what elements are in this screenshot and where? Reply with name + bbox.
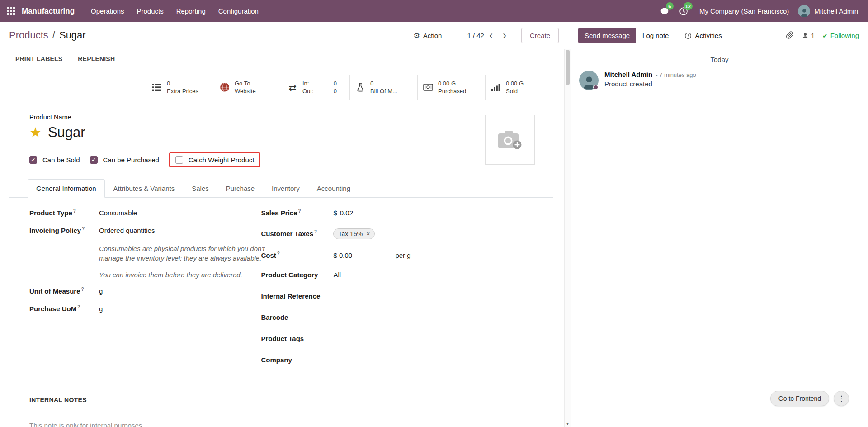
general-information-pane: Product Type? Consumable Invoicing Polic… [9, 198, 553, 427]
followers-button[interactable]: 1 [802, 32, 815, 39]
activities-button[interactable]: 12 [674, 0, 693, 22]
stat-button-sold[interactable]: 0.00 G Sold [485, 75, 553, 100]
internal-reference-field: Internal Reference [261, 290, 533, 300]
checkbox-checked-icon: ✓ [29, 156, 37, 164]
help-icon: ? [77, 304, 80, 309]
help-icon: ? [81, 287, 84, 292]
customer-taxes-field: Customer Taxes? Tax 15% × [261, 228, 533, 239]
checkbox-checked-icon: ✓ [90, 156, 98, 164]
cost-currency: $ [333, 251, 337, 259]
can-be-purchased-checkbox[interactable]: ✓ Can be Purchased [90, 156, 159, 164]
company-switcher[interactable]: My Company (San Francisco) [693, 0, 795, 22]
following-toggle-button[interactable]: ✔ Following [822, 32, 859, 39]
breadcrumb-products-link[interactable]: Products [9, 29, 48, 41]
product-name-label: Product Name [29, 114, 533, 121]
help-icon: ? [73, 209, 76, 214]
create-button[interactable]: Create [521, 28, 559, 43]
sales-price-label: Sales Price? [261, 209, 333, 217]
kebab-menu-button[interactable]: ⋮ [834, 391, 849, 406]
tab-sales[interactable]: Sales [183, 179, 217, 198]
tab-attributes-variants[interactable]: Attributes & Variants [105, 179, 184, 198]
online-status-dot [593, 85, 599, 90]
tag-remove-icon[interactable]: × [366, 231, 370, 237]
app-name[interactable]: Manufacturing [22, 0, 75, 22]
product-image-upload[interactable] [485, 115, 535, 165]
tab-purchase[interactable]: Purchase [217, 179, 263, 198]
followers-count: 1 [811, 32, 815, 39]
tab-general-information[interactable]: General Information [28, 179, 105, 198]
scrollbar-thumb[interactable] [566, 50, 570, 85]
menu-operations[interactable]: Operations [85, 0, 130, 22]
product-tags-label: Product Tags [261, 335, 333, 342]
breadcrumb-current: Sugar [59, 29, 86, 41]
messages-button[interactable]: 6 [655, 0, 674, 22]
internal-notes-text[interactable]: This note is only for internal purposes. [29, 422, 533, 427]
signal-bars-icon [490, 84, 502, 91]
product-type-field: Product Type? Consumable [29, 209, 261, 217]
scrollbar-down-arrow-icon[interactable]: ▾ [565, 422, 571, 426]
checkbox-unchecked-icon [175, 156, 183, 164]
go-to-frontend-button[interactable]: Go to Frontend [770, 391, 829, 406]
pager-previous-button[interactable]: ‹ [484, 30, 498, 41]
tab-inventory[interactable]: Inventory [263, 179, 308, 198]
stat-button-in-out[interactable]: ⇄ In:0 Out:0 [282, 75, 349, 100]
product-flags-row: ✓ Can be Sold ✓ Can be Purchased Catch W… [29, 152, 533, 167]
cost-field: Cost? $ 0.00 per g [261, 251, 533, 259]
flask-icon [354, 83, 366, 92]
send-message-button[interactable]: Send message [578, 28, 636, 43]
sold-value: 0.00 G [506, 80, 524, 87]
print-labels-button[interactable]: PRINT LABELS [15, 55, 62, 62]
customer-taxes-label: Customer Taxes? [261, 229, 333, 237]
floating-actions: Go to Frontend ⋮ [770, 391, 849, 406]
purchase-uom-value: g [99, 305, 103, 313]
stat-button-bill-of-materials[interactable]: 0 Bill Of M... [349, 75, 417, 100]
catch-weight-checkbox[interactable]: Catch Weight Product [175, 156, 255, 164]
user-name: Mitchell Admin [814, 7, 858, 15]
favorite-star-icon[interactable]: ★ [29, 126, 42, 139]
extra-prices-count: 0 [167, 80, 198, 87]
in-label: In: [302, 80, 309, 87]
can-be-sold-checkbox[interactable]: ✓ Can be Sold [29, 156, 80, 164]
chatter-toolbar-right: 1 ✔ Following [786, 31, 861, 40]
product-category-label: Product Category [261, 271, 333, 279]
invoicing-policy-label: Invoicing Policy? [29, 226, 99, 234]
pager-next-button[interactable]: › [498, 30, 511, 41]
internal-notes-heading: INTERNAL NOTES [29, 396, 533, 408]
log-note-button[interactable]: Log note [636, 28, 675, 43]
help-icon: ? [277, 251, 280, 256]
message-timestamp: - 7 minutes ago [656, 71, 696, 78]
menu-configuration[interactable]: Configuration [212, 0, 265, 22]
in-value: 0 [334, 80, 337, 87]
apps-menu-button[interactable] [0, 0, 22, 22]
help-icon: ? [298, 209, 301, 214]
stat-button-go-to-website[interactable]: Go To Website [214, 75, 282, 100]
product-form-sheet: 0 Extra Prices Go To Website [9, 75, 553, 427]
barcode-label: Barcode [261, 313, 333, 321]
purchase-uom-field: Purchase UoM? g [29, 304, 261, 313]
company-label: Company [261, 356, 333, 364]
tab-accounting[interactable]: Accounting [308, 179, 359, 198]
product-category-field: Product Category All [261, 271, 533, 279]
tax-tag[interactable]: Tax 15% × [333, 228, 375, 239]
pricelist-icon [151, 83, 163, 91]
activities-schedule-button[interactable]: Activities [679, 28, 727, 43]
uom-label: Unit of Measure? [29, 287, 99, 295]
message-author[interactable]: Mitchell Admin [604, 71, 652, 78]
uom-field: Unit of Measure? g [29, 287, 261, 295]
menu-reporting[interactable]: Reporting [170, 0, 212, 22]
attach-files-button[interactable] [786, 31, 794, 40]
stat-button-row: 0 Extra Prices Go To Website [9, 75, 553, 100]
apps-grid-icon [7, 7, 15, 15]
replenish-button[interactable]: REPLENISH [78, 55, 115, 62]
menu-products[interactable]: Products [130, 0, 170, 22]
page-body: Products / Sugar ⚙ Action 1 / 42 ‹ › Cre… [0, 22, 868, 427]
vertical-scrollbar[interactable]: ▾ [564, 49, 571, 427]
kebab-icon: ⋮ [838, 394, 845, 403]
stat-button-purchased[interactable]: 0.00 G Purchased [417, 75, 485, 100]
stat-button-extra-prices[interactable]: 0 Extra Prices [146, 75, 214, 100]
user-menu[interactable]: Mitchell Admin [795, 5, 861, 17]
clock-icon [684, 32, 692, 39]
action-menu-button[interactable]: ⚙ Action [409, 28, 446, 43]
sales-price-currency: $ [333, 209, 337, 217]
check-icon: ✔ [822, 33, 828, 39]
